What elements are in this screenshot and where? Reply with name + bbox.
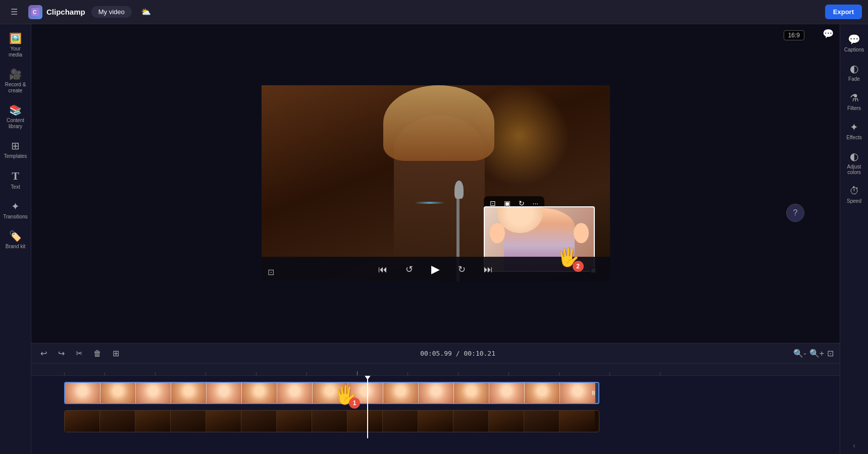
help-button[interactable]: ? [786,204,804,222]
fit-timeline-button[interactable]: ⊡ [827,349,834,358]
video-title[interactable]: My video [91,6,132,18]
zoom-in-button[interactable]: 🔍+ [809,349,824,358]
share-icon: ⛅ [141,7,151,17]
right-sidebar-collapse-button[interactable]: ‹ [853,441,855,450]
export-button[interactable]: Export [825,5,862,19]
replay-5-button[interactable]: ↺ [401,262,417,277]
captions-icon: 💬 [848,33,860,45]
ruler-content: |0 |0:01 |0:02 |0:03 [31,364,761,375]
sidebar-item-content-library[interactable]: 📚 Content library [2,100,30,134]
right-tool-fade[interactable]: ◐ Fade [841,60,867,85]
aspect-ratio-badge[interactable]: 16:9 [784,30,804,40]
speed-icon: ⏱ [849,185,859,197]
fade-icon: ◐ [850,63,858,75]
sidebar-item-label-content-library: Content library [4,118,28,130]
right-tool-effects[interactable]: ✦ Effects [841,118,867,143]
timeline-ruler: |0 |0:01 |0:02 |0:03 [31,364,840,376]
app-logo: C Clipchamp [28,5,85,19]
sidebar-item-text[interactable]: T Text [2,165,30,194]
clip-block-bottom[interactable] [64,410,599,432]
track-row-2 [31,408,840,434]
text-icon: T [12,169,19,183]
time-separator: / [456,350,464,357]
speed-label: Speed [847,198,861,204]
captions-button[interactable]: 💬 [823,28,834,39]
content-library-icon: 📚 [9,104,22,116]
delete-button[interactable]: 🗑 [90,348,105,360]
right-tool-filters[interactable]: ⚗ Filters [841,89,867,114]
play-pause-button[interactable]: ▶ [427,261,444,278]
total-time: 00:10.21 [464,350,495,357]
sidebar-item-label-brand-kit: Brand kit [6,244,25,250]
record-create-icon: 🎥 [9,68,22,80]
filters-icon: ⚗ [850,92,859,104]
cursor-badge-1: 1 [349,398,360,409]
sidebar-item-label-your-media: Your media [4,46,28,58]
logo-icon: C [28,5,42,19]
brand-kit-icon: 🏷️ [9,230,22,242]
center-area: 16:9 💬 [31,24,840,454]
timeline-toolbar: ↩ ↪ ✂ 🗑 ⊞ 00:05.99 / 00:10.21 🔍- 🔍+ ⊡ [31,344,840,364]
hamburger-icon: ☰ [11,7,18,17]
add-to-timeline-button[interactable]: ⊞ [110,347,122,360]
hamburger-menu-button[interactable]: ☰ [6,4,22,20]
sidebar-item-record-create[interactable]: 🎥 Record & create [2,64,30,98]
zoom-controls: 🔍- 🔍+ ⊡ [793,349,834,358]
playhead [367,376,368,438]
redo-button[interactable]: ↪ [55,347,68,360]
sidebar-item-label-record-create: Record & create [4,82,28,94]
sidebar-item-label-templates: Templates [4,153,27,159]
sidebar-item-label-transitions: Transitions [3,214,28,220]
skip-forward-button[interactable]: ⏭ [480,262,497,277]
track-clips-1: ⏸ [64,380,840,406]
svg-text:C: C [33,10,36,15]
effects-icon: ✦ [850,121,858,133]
playhead-head [364,376,371,380]
tracks-container: ⏸ [31,376,840,438]
transitions-icon: ✦ [11,200,20,212]
time-display: 00:05.99 / 00:10.21 [420,350,495,357]
adjust-colors-icon: ◐ [850,150,858,162]
track-clips-2 [64,408,840,434]
sidebar-item-label-text: Text [11,184,20,190]
topbar-right: Export [825,5,862,19]
playback-bar: ⊡ ⏮ ↺ ▶ ↻ ⏭ [262,257,610,282]
undo-button[interactable]: ↩ [37,347,50,360]
your-media-icon: 🖼️ [9,32,22,44]
forward-5-button[interactable]: ↻ [454,262,470,277]
sidebar-item-your-media[interactable]: 🖼️ Your media [2,28,30,62]
sidebar-item-transitions[interactable]: ✦ Transitions [2,196,30,224]
fade-label: Fade [848,76,860,82]
snapshot-button[interactable]: ⊡ [268,267,274,277]
skip-back-button[interactable]: ⏮ [374,262,391,277]
clip-pause-right: ⏸ [590,389,596,396]
filters-label: Filters [847,105,861,111]
timeline-area: ↩ ↪ ✂ 🗑 ⊞ 00:05.99 / 00:10.21 🔍- 🔍+ ⊡ [31,343,840,454]
effects-label: Effects [846,135,861,140]
track-row-1: ⏸ [31,380,840,406]
cut-button[interactable]: ✂ [73,347,85,360]
video-preview: ⊡ ▣ ↻ ··· [262,85,610,282]
left-sidebar: 🖼️ Your media 🎥 Record & create 📚 Conten… [0,24,31,454]
cursor-1: 🖐 1 [334,384,357,406]
sidebar-item-templates[interactable]: ⊞ Templates [2,136,30,163]
share-icon-button[interactable]: ⛅ [138,4,154,20]
adjust-colors-label: Adjust colors [843,164,865,175]
main-area: 🖼️ Your media 🎥 Record & create 📚 Conten… [0,24,868,454]
zoom-out-button[interactable]: 🔍- [793,349,806,358]
app-name: Clipchamp [46,8,85,16]
clip-block-top[interactable]: ⏸ [64,382,599,404]
sidebar-item-brand-kit[interactable]: 🏷️ Brand kit [2,226,30,254]
right-tool-adjust-colors[interactable]: ◐ Adjust colors [841,147,867,178]
topbar: ☰ C Clipchamp My video ⛅ Export [0,0,868,24]
right-sidebar: 💬 Captions ◐ Fade ⚗ Filters ✦ Effects ◐ … [840,24,868,454]
templates-icon: ⊞ [11,140,20,152]
preview-area: 16:9 💬 [31,24,840,343]
captions-label: Captions [844,47,864,52]
current-time: 00:05.99 [420,350,452,357]
right-tool-speed[interactable]: ⏱ Speed [841,182,867,207]
right-tool-captions[interactable]: 💬 Captions [841,30,867,55]
